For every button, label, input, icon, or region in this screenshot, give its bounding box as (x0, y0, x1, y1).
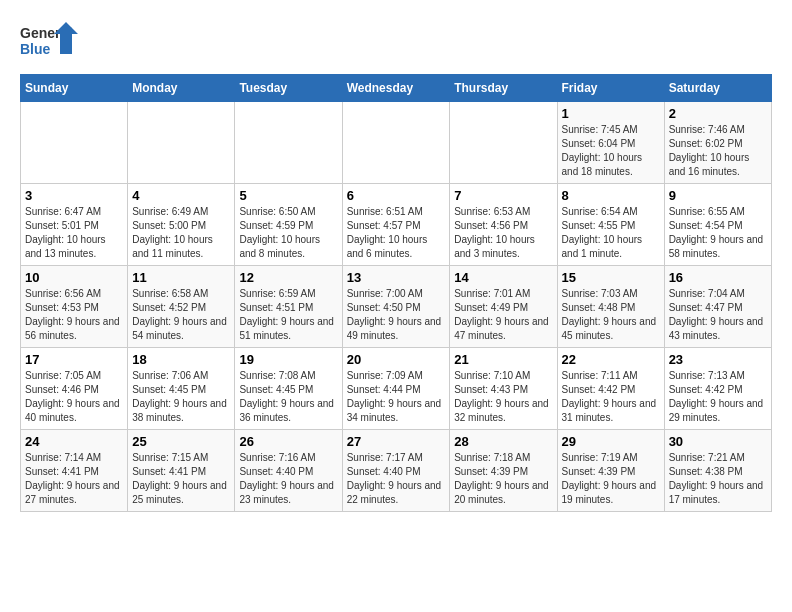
day-number: 19 (239, 352, 337, 367)
day-info: Sunrise: 7:15 AM Sunset: 4:41 PM Dayligh… (132, 451, 230, 507)
day-info: Sunrise: 7:04 AM Sunset: 4:47 PM Dayligh… (669, 287, 767, 343)
day-info: Sunrise: 7:05 AM Sunset: 4:46 PM Dayligh… (25, 369, 123, 425)
day-info: Sunrise: 6:49 AM Sunset: 5:00 PM Dayligh… (132, 205, 230, 261)
day-cell: 12Sunrise: 6:59 AM Sunset: 4:51 PM Dayli… (235, 266, 342, 348)
logo-icon: GeneralBlue (20, 20, 80, 64)
day-number: 1 (562, 106, 660, 121)
day-number: 15 (562, 270, 660, 285)
day-cell: 27Sunrise: 7:17 AM Sunset: 4:40 PM Dayli… (342, 430, 450, 512)
day-info: Sunrise: 6:56 AM Sunset: 4:53 PM Dayligh… (25, 287, 123, 343)
day-cell: 1Sunrise: 7:45 AM Sunset: 6:04 PM Daylig… (557, 102, 664, 184)
day-number: 5 (239, 188, 337, 203)
day-number: 2 (669, 106, 767, 121)
day-cell: 19Sunrise: 7:08 AM Sunset: 4:45 PM Dayli… (235, 348, 342, 430)
day-number: 9 (669, 188, 767, 203)
day-cell: 28Sunrise: 7:18 AM Sunset: 4:39 PM Dayli… (450, 430, 557, 512)
header: GeneralBlue (20, 20, 772, 64)
logo: GeneralBlue (20, 20, 80, 64)
day-cell: 30Sunrise: 7:21 AM Sunset: 4:38 PM Dayli… (664, 430, 771, 512)
day-cell: 2Sunrise: 7:46 AM Sunset: 6:02 PM Daylig… (664, 102, 771, 184)
day-cell: 8Sunrise: 6:54 AM Sunset: 4:55 PM Daylig… (557, 184, 664, 266)
week-row-5: 24Sunrise: 7:14 AM Sunset: 4:41 PM Dayli… (21, 430, 772, 512)
day-cell: 3Sunrise: 6:47 AM Sunset: 5:01 PM Daylig… (21, 184, 128, 266)
day-number: 22 (562, 352, 660, 367)
day-number: 18 (132, 352, 230, 367)
day-cell: 10Sunrise: 6:56 AM Sunset: 4:53 PM Dayli… (21, 266, 128, 348)
day-number: 4 (132, 188, 230, 203)
day-info: Sunrise: 6:58 AM Sunset: 4:52 PM Dayligh… (132, 287, 230, 343)
day-number: 24 (25, 434, 123, 449)
day-number: 12 (239, 270, 337, 285)
day-cell (450, 102, 557, 184)
day-info: Sunrise: 7:01 AM Sunset: 4:49 PM Dayligh… (454, 287, 552, 343)
day-cell: 26Sunrise: 7:16 AM Sunset: 4:40 PM Dayli… (235, 430, 342, 512)
day-number: 29 (562, 434, 660, 449)
day-info: Sunrise: 7:08 AM Sunset: 4:45 PM Dayligh… (239, 369, 337, 425)
day-cell (342, 102, 450, 184)
weekday-header-monday: Monday (128, 75, 235, 102)
day-cell: 21Sunrise: 7:10 AM Sunset: 4:43 PM Dayli… (450, 348, 557, 430)
day-cell: 15Sunrise: 7:03 AM Sunset: 4:48 PM Dayli… (557, 266, 664, 348)
day-cell: 7Sunrise: 6:53 AM Sunset: 4:56 PM Daylig… (450, 184, 557, 266)
day-cell: 17Sunrise: 7:05 AM Sunset: 4:46 PM Dayli… (21, 348, 128, 430)
weekday-header-saturday: Saturday (664, 75, 771, 102)
day-number: 6 (347, 188, 446, 203)
day-info: Sunrise: 7:14 AM Sunset: 4:41 PM Dayligh… (25, 451, 123, 507)
week-row-4: 17Sunrise: 7:05 AM Sunset: 4:46 PM Dayli… (21, 348, 772, 430)
day-info: Sunrise: 6:51 AM Sunset: 4:57 PM Dayligh… (347, 205, 446, 261)
day-cell: 20Sunrise: 7:09 AM Sunset: 4:44 PM Dayli… (342, 348, 450, 430)
calendar-table: SundayMondayTuesdayWednesdayThursdayFrid… (20, 74, 772, 512)
day-cell: 16Sunrise: 7:04 AM Sunset: 4:47 PM Dayli… (664, 266, 771, 348)
day-number: 10 (25, 270, 123, 285)
day-cell: 4Sunrise: 6:49 AM Sunset: 5:00 PM Daylig… (128, 184, 235, 266)
day-info: Sunrise: 7:19 AM Sunset: 4:39 PM Dayligh… (562, 451, 660, 507)
day-number: 20 (347, 352, 446, 367)
day-info: Sunrise: 7:06 AM Sunset: 4:45 PM Dayligh… (132, 369, 230, 425)
day-info: Sunrise: 7:00 AM Sunset: 4:50 PM Dayligh… (347, 287, 446, 343)
day-cell: 6Sunrise: 6:51 AM Sunset: 4:57 PM Daylig… (342, 184, 450, 266)
day-info: Sunrise: 7:45 AM Sunset: 6:04 PM Dayligh… (562, 123, 660, 179)
weekday-header-wednesday: Wednesday (342, 75, 450, 102)
day-info: Sunrise: 7:18 AM Sunset: 4:39 PM Dayligh… (454, 451, 552, 507)
day-number: 8 (562, 188, 660, 203)
day-info: Sunrise: 7:03 AM Sunset: 4:48 PM Dayligh… (562, 287, 660, 343)
day-number: 14 (454, 270, 552, 285)
day-cell: 11Sunrise: 6:58 AM Sunset: 4:52 PM Dayli… (128, 266, 235, 348)
day-cell: 9Sunrise: 6:55 AM Sunset: 4:54 PM Daylig… (664, 184, 771, 266)
day-cell (21, 102, 128, 184)
weekday-header-sunday: Sunday (21, 75, 128, 102)
day-info: Sunrise: 6:53 AM Sunset: 4:56 PM Dayligh… (454, 205, 552, 261)
day-cell: 24Sunrise: 7:14 AM Sunset: 4:41 PM Dayli… (21, 430, 128, 512)
day-cell: 25Sunrise: 7:15 AM Sunset: 4:41 PM Dayli… (128, 430, 235, 512)
day-number: 27 (347, 434, 446, 449)
week-row-2: 3Sunrise: 6:47 AM Sunset: 5:01 PM Daylig… (21, 184, 772, 266)
day-info: Sunrise: 7:21 AM Sunset: 4:38 PM Dayligh… (669, 451, 767, 507)
day-info: Sunrise: 7:46 AM Sunset: 6:02 PM Dayligh… (669, 123, 767, 179)
week-row-1: 1Sunrise: 7:45 AM Sunset: 6:04 PM Daylig… (21, 102, 772, 184)
day-cell: 13Sunrise: 7:00 AM Sunset: 4:50 PM Dayli… (342, 266, 450, 348)
day-number: 26 (239, 434, 337, 449)
day-info: Sunrise: 6:54 AM Sunset: 4:55 PM Dayligh… (562, 205, 660, 261)
weekday-header-tuesday: Tuesday (235, 75, 342, 102)
day-cell: 5Sunrise: 6:50 AM Sunset: 4:59 PM Daylig… (235, 184, 342, 266)
day-info: Sunrise: 7:13 AM Sunset: 4:42 PM Dayligh… (669, 369, 767, 425)
day-info: Sunrise: 7:16 AM Sunset: 4:40 PM Dayligh… (239, 451, 337, 507)
day-number: 28 (454, 434, 552, 449)
day-info: Sunrise: 7:17 AM Sunset: 4:40 PM Dayligh… (347, 451, 446, 507)
svg-text:Blue: Blue (20, 41, 51, 57)
day-cell: 14Sunrise: 7:01 AM Sunset: 4:49 PM Dayli… (450, 266, 557, 348)
day-cell (235, 102, 342, 184)
day-number: 11 (132, 270, 230, 285)
day-info: Sunrise: 6:55 AM Sunset: 4:54 PM Dayligh… (669, 205, 767, 261)
day-info: Sunrise: 6:47 AM Sunset: 5:01 PM Dayligh… (25, 205, 123, 261)
day-number: 16 (669, 270, 767, 285)
day-info: Sunrise: 6:59 AM Sunset: 4:51 PM Dayligh… (239, 287, 337, 343)
day-number: 3 (25, 188, 123, 203)
day-cell (128, 102, 235, 184)
weekday-header-row: SundayMondayTuesdayWednesdayThursdayFrid… (21, 75, 772, 102)
day-number: 13 (347, 270, 446, 285)
day-number: 23 (669, 352, 767, 367)
week-row-3: 10Sunrise: 6:56 AM Sunset: 4:53 PM Dayli… (21, 266, 772, 348)
day-number: 21 (454, 352, 552, 367)
day-number: 7 (454, 188, 552, 203)
